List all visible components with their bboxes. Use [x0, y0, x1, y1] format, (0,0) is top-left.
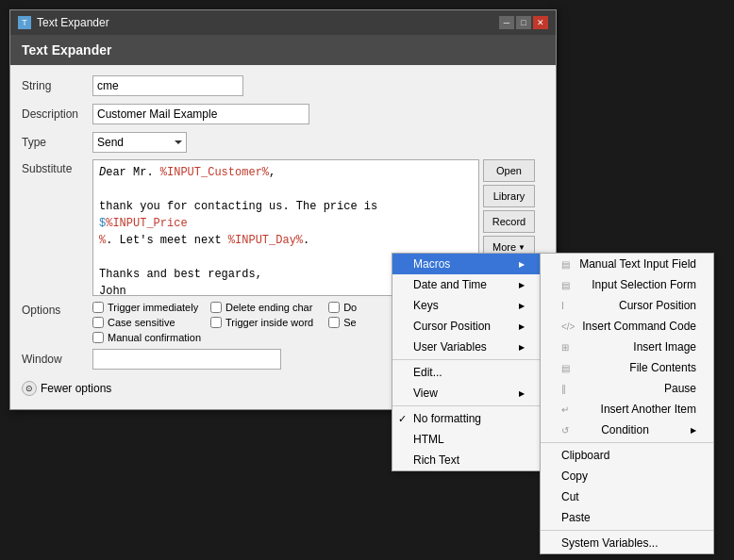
condition-icon: ↺ [561, 425, 569, 436]
trigger-immediately-checkbox[interactable] [92, 302, 104, 313]
command-code-icon: </> [561, 321, 575, 332]
cursor-position-item[interactable]: I Cursor Position [541, 295, 713, 316]
date-time-menu-item[interactable]: Date and Time [392, 274, 542, 295]
check-icon: ✓ [398, 413, 407, 425]
input-selection-icon: ▤ [561, 280, 570, 290]
delete-ending-char-checkbox[interactable] [210, 302, 222, 313]
window-label: Window [22, 353, 92, 366]
title-bar-text: Text Expander [37, 16, 109, 29]
cut-item[interactable]: Cut [541, 486, 713, 507]
submacros-context-menu: ▤ Manual Text Input Field ▤ Input Select… [540, 253, 714, 554]
record-button[interactable]: Record [483, 210, 535, 233]
insert-image-icon: ⊞ [561, 342, 569, 353]
submenu-separator-2 [541, 530, 713, 531]
pause-icon: ‖ [561, 384, 566, 394]
col3-2-checkbox[interactable] [328, 317, 340, 328]
system-variables-item[interactable]: System Variables... [541, 533, 713, 553]
macros-context-menu: Macros Date and Time Keys Cursor Positio… [392, 253, 542, 471]
pause-item[interactable]: ‖ Pause [541, 378, 713, 399]
rich-text-menu-item[interactable]: Rich Text [392, 450, 542, 470]
delete-ending-char-option[interactable]: Delete ending char [210, 302, 319, 313]
col3-1-checkbox[interactable] [328, 302, 340, 313]
library-button[interactable]: Library [483, 185, 535, 207]
string-input[interactable] [92, 75, 243, 96]
paste-item[interactable]: Paste [541, 507, 713, 528]
cursor-position-menu-item[interactable]: Cursor Position [392, 316, 542, 337]
title-bar-left: T Text Expander [18, 16, 109, 29]
options-label: Options [22, 302, 92, 317]
submenu-separator-1 [541, 442, 713, 443]
file-contents-item[interactable]: ▤ File Contents [541, 357, 713, 378]
trigger-inside-word-option[interactable]: Trigger inside word [210, 317, 319, 328]
insert-another-icon: ↵ [561, 404, 569, 415]
manual-text-input-field-item[interactable]: ▤ Manual Text Input Field [541, 254, 713, 274]
open-button[interactable]: Open [483, 159, 535, 182]
window-input[interactable] [92, 349, 281, 370]
string-label: String [22, 79, 92, 92]
header-title: Text Expander [22, 42, 111, 58]
minimize-button[interactable]: ─ [499, 16, 514, 29]
description-label: Description [22, 107, 92, 121]
cursor-pos-icon: I [561, 301, 564, 311]
case-sensitive-option[interactable]: Case sensitive [92, 317, 201, 328]
close-button[interactable]: ✕ [533, 16, 548, 29]
more-chevron-icon: ▼ [518, 243, 525, 252]
edit-menu-item[interactable]: Edit... [392, 362, 542, 383]
keys-menu-item[interactable]: Keys [392, 295, 542, 316]
insert-command-code-item[interactable]: </> Insert Command Code [541, 316, 713, 337]
title-bar: T Text Expander ─ □ ✕ [10, 10, 556, 35]
copy-item[interactable]: Copy [541, 466, 713, 486]
menu-separator-2 [392, 405, 542, 406]
substitute-label: Substitute [22, 159, 92, 175]
description-row: Description [22, 103, 544, 125]
condition-item[interactable]: ↺ Condition [541, 420, 713, 440]
title-bar-buttons: ─ □ ✕ [499, 16, 548, 29]
file-contents-icon: ▤ [561, 363, 570, 373]
macros-menu-item[interactable]: Macros [392, 254, 542, 274]
manual-confirmation-option[interactable]: Manual confirmation [92, 332, 201, 343]
description-input[interactable] [92, 104, 309, 124]
app-icon-letter: T [22, 18, 27, 27]
type-select[interactable]: Send Paste [92, 132, 187, 153]
input-selection-form-item[interactable]: ▤ Input Selection Form [541, 274, 713, 295]
menu-separator-1 [392, 359, 542, 360]
trigger-immediately-option[interactable]: Trigger immediately [92, 302, 201, 313]
html-menu-item[interactable]: HTML [392, 429, 542, 450]
type-label: Type [22, 136, 92, 149]
fewer-options-icon[interactable]: ⊙ [22, 381, 37, 396]
user-variables-menu-item[interactable]: User Variables [392, 337, 542, 357]
insert-another-item-item[interactable]: ↵ Insert Another Item [541, 399, 713, 420]
fewer-options-label: Fewer options [41, 382, 111, 395]
trigger-inside-word-checkbox[interactable] [210, 317, 222, 328]
type-row: Type Send Paste [22, 131, 544, 154]
no-formatting-menu-item[interactable]: ✓ No formatting [392, 408, 542, 429]
options-grid: Trigger immediately Delete ending char D… [92, 302, 437, 343]
case-sensitive-checkbox[interactable] [92, 317, 104, 328]
clipboard-item[interactable]: Clipboard [541, 445, 713, 466]
insert-image-item[interactable]: ⊞ Insert Image [541, 337, 713, 357]
manual-text-icon: ▤ [561, 259, 570, 270]
manual-confirmation-checkbox[interactable] [92, 332, 104, 343]
string-row: String [22, 74, 544, 97]
view-menu-item[interactable]: View [392, 383, 542, 404]
header-bar: Text Expander [10, 35, 556, 65]
maximize-button[interactable]: □ [516, 16, 531, 29]
app-icon: T [18, 16, 31, 29]
